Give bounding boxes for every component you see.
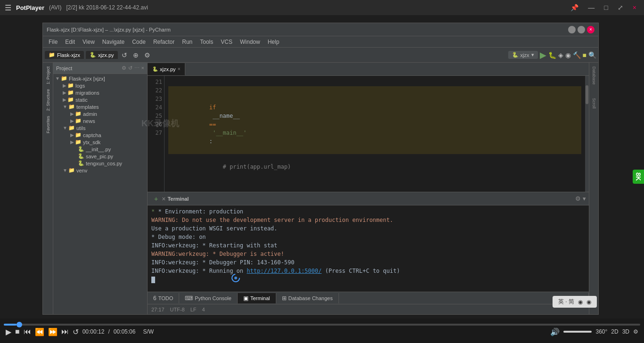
scroll-panel-label[interactable]: Scroll	[591, 96, 597, 111]
tree-item-venv[interactable]: ▼ 📁 venv	[53, 167, 147, 174]
project-panel-toggle[interactable]: 1: Project	[45, 65, 51, 86]
bottom-tabs: 6 TODO ⌨ Python Console ▣ Terminal ⊞ Dat…	[148, 292, 589, 304]
stop-button[interactable]: ■	[583, 51, 586, 59]
scrollbar-thumb[interactable]	[586, 85, 588, 104]
file-tab[interactable]: 🐍 xjzx.py	[86, 51, 118, 59]
line-num-21: 21	[148, 78, 162, 86]
terminal-header: + × Terminal ⚙ ▾	[148, 192, 589, 205]
tree-item-init[interactable]: 🐍 __init__.py	[53, 146, 147, 153]
pycharm-minimize[interactable]: —	[568, 26, 576, 33]
tree-item-templates[interactable]: ▼ 📁 templates	[53, 103, 147, 110]
line-num-23: 23	[148, 95, 162, 103]
view-2d[interactable]: 2D	[611, 328, 618, 335]
progress-bar[interactable]	[4, 324, 640, 326]
tree-item-save-pic[interactable]: 🐍 save_pic.py	[53, 153, 147, 160]
server-link[interactable]: http://127.0.0.1:5000/	[247, 268, 322, 274]
structure-panel-toggle[interactable]: 2: Structure	[45, 87, 51, 113]
tree-root[interactable]: ▼ 📁 Flask-xjzx [xjzx]	[53, 75, 147, 82]
run-config-dropdown[interactable]: 🐍 xjzx ▾	[508, 51, 538, 59]
close-terminal-btn[interactable]: ×	[162, 195, 165, 203]
tree-item-logs[interactable]: ▶ 📁 logs	[53, 82, 147, 89]
terminal-line-2: WARNING: Do not use the development serv…	[151, 216, 585, 224]
search-button[interactable]: 🔍	[588, 51, 596, 59]
time-current: 00:00:12	[83, 328, 105, 335]
menu-navigate[interactable]: Navigate	[99, 38, 128, 46]
terminal-line-7: INFO:werkzeug: * Debugger PIN: 143-160-5…	[151, 258, 585, 267]
tree-item-news[interactable]: ▶ 📁 news	[53, 117, 147, 124]
prev-button[interactable]: ⏪	[35, 327, 44, 336]
gear-icon[interactable]: ⋯	[134, 65, 140, 71]
toolbar-icon2[interactable]: ⊕	[131, 50, 140, 60]
run-button[interactable]: ▶	[540, 50, 546, 60]
volume-slider[interactable]	[563, 331, 592, 333]
pycharm-close[interactable]: ×	[587, 26, 594, 33]
ab-button[interactable]: ↺	[73, 327, 79, 336]
profile-button[interactable]: ◉	[565, 51, 571, 59]
volume-icon[interactable]: 🔊	[550, 327, 560, 336]
menu-tools[interactable]: Tools	[196, 38, 217, 46]
pycharm-restore[interactable]: □	[578, 26, 585, 33]
coverage-button[interactable]: ◈	[558, 51, 563, 59]
settings-icon[interactable]: ⚙	[633, 328, 638, 335]
lang-dot1: ◉	[578, 299, 583, 305]
stop-button[interactable]: ■	[15, 327, 20, 336]
terminal-settings-icon[interactable]: ⚙	[575, 195, 581, 202]
tree-item-captcha[interactable]: ▶ 📁 captcha	[53, 131, 147, 139]
tab-todo[interactable]: 6 TODO	[148, 293, 179, 303]
tab-database-changes[interactable]: ⊞ Database Changes	[276, 293, 339, 303]
badge-8k[interactable]: 8K	[633, 170, 644, 184]
editor-tab-xjzx[interactable]: 🐍 xjzx.py ×	[148, 63, 185, 75]
view-buttons: 360° 2D 3D ⚙	[595, 328, 638, 335]
settings-icon[interactable]: ⚙	[122, 65, 126, 71]
next-frame-button[interactable]: ⏭	[61, 327, 69, 336]
minimize-btn[interactable]: —	[585, 3, 597, 12]
tab-close-icon[interactable]: ×	[178, 66, 181, 72]
prev-frame-button[interactable]: ⏮	[24, 327, 31, 336]
add-terminal-btn[interactable]: +	[154, 195, 158, 203]
restore-btn[interactable]: □	[601, 3, 611, 12]
sync-icon[interactable]: ↺	[128, 65, 132, 71]
menu-vcs[interactable]: VCS	[217, 38, 236, 46]
terminal-minimize-icon[interactable]: ▾	[583, 195, 586, 202]
next-button[interactable]: ⏩	[48, 327, 58, 336]
lang-badge[interactable]: 英 · 简 ◉ ◉	[553, 296, 597, 308]
menu-run[interactable]: Run	[178, 38, 196, 46]
project-tab[interactable]: 📁 Flask-xjzx	[45, 51, 84, 59]
menu-view[interactable]: View	[79, 38, 99, 46]
tree-item-tengxun[interactable]: 🐍 tengxun_cos.py	[53, 160, 147, 167]
debug-button[interactable]: 🐛	[548, 51, 556, 59]
tree-item-migrations[interactable]: ▶ 📁 migrations	[53, 89, 147, 96]
tree-item-admin[interactable]: ▶ 📁 admin	[53, 110, 147, 117]
menu-icon[interactable]: ☰	[5, 3, 11, 12]
code-content[interactable]: if __name__ == '__main__' : # print(app.…	[165, 76, 585, 192]
menu-window[interactable]: Window	[236, 38, 264, 46]
database-panel-label[interactable]: Database	[591, 65, 597, 87]
menu-edit[interactable]: Edit	[61, 38, 79, 46]
play-button[interactable]: ▶	[6, 327, 11, 336]
menu-help[interactable]: Help	[264, 38, 283, 46]
pin-btn[interactable]: 📌	[568, 3, 581, 12]
line-num-27: 27	[148, 129, 162, 137]
close-panel-icon[interactable]: ×	[141, 65, 144, 71]
favorites-panel-toggle[interactable]: Favorites	[45, 114, 51, 135]
tree-item-ytx-sdk[interactable]: ▶ 📁 ytx_sdk	[53, 139, 147, 146]
close-btn[interactable]: ×	[630, 3, 639, 12]
toolbar-icon1[interactable]: ↺	[120, 50, 129, 60]
tree-item-static[interactable]: ▶ 📁 static	[53, 96, 147, 103]
view-3d[interactable]: 3D	[622, 328, 629, 335]
terminal-content[interactable]: * * Environment: production WARNING: Do …	[148, 205, 589, 292]
menu-refactor[interactable]: Refactor	[149, 38, 178, 46]
tab-python-console[interactable]: ⌨ Python Console	[179, 293, 238, 303]
editor-scrollbar[interactable]	[585, 76, 589, 192]
build-button[interactable]: 🔨	[573, 51, 581, 59]
toolbar-icon3[interactable]: ⚙	[142, 50, 152, 60]
tab-terminal[interactable]: ▣ Terminal	[238, 293, 276, 303]
pycharm-menubar: File Edit View Navigate Code Refactor Ru…	[43, 36, 598, 48]
maximize-btn[interactable]: ⤢	[615, 3, 626, 12]
progress-thumb[interactable]	[17, 322, 22, 327]
line-num-26: 26	[148, 120, 162, 129]
menu-file[interactable]: File	[45, 38, 61, 46]
menu-code[interactable]: Code	[128, 38, 149, 46]
bottom-panel: + × Terminal ⚙ ▾ * * Environment: produc…	[148, 192, 589, 314]
tree-item-utils[interactable]: ▼ 📁 utils	[53, 124, 147, 131]
